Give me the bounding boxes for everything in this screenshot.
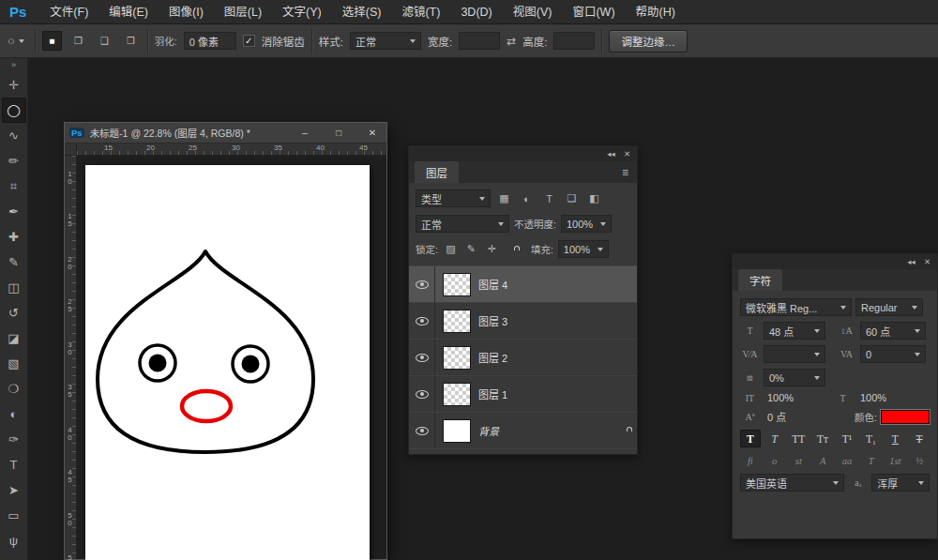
tracking-select[interactable]: 0 [860,345,926,363]
menu-item-edit[interactable]: 编辑(E) [98,0,159,24]
type-filter-icon[interactable]: T [540,193,558,204]
move-tool[interactable]: ✛ [2,72,26,98]
fractions-button[interactable]: ½ [909,453,930,468]
close-panel-icon[interactable]: ✕ [924,257,930,266]
clone-stamp-tool[interactable]: ◫ [2,275,26,300]
menu-item-select[interactable]: 选择(S) [332,0,392,24]
layer-thumbnail[interactable] [443,346,471,370]
visibility-toggle[interactable] [409,340,435,375]
type-tool[interactable]: T [2,452,26,477]
titling-alternates-button[interactable]: T [861,453,882,468]
opacity-select[interactable]: 100% [561,215,612,233]
visibility-toggle[interactable] [409,266,435,302]
close-button[interactable]: ✕ [358,123,386,143]
intersect-selection-button[interactable]: ❒ [121,31,141,51]
adjustment-filter-icon[interactable]: ◐ [518,193,536,204]
layer-thumbnail[interactable] [443,383,471,406]
canvas[interactable] [85,165,370,560]
style-select[interactable]: 正常 [350,32,421,50]
hand-tool[interactable]: ψ [2,528,26,553]
lock-position-icon[interactable]: ✛ [484,243,500,255]
visibility-toggle[interactable] [409,413,435,448]
panel-menu-icon[interactable]: ≡ [622,166,628,179]
collapse-panel-icon[interactable]: ◂◂ [607,149,615,159]
minimize-button[interactable]: – [291,123,319,143]
dodge-tool[interactable]: ◐ [2,401,26,427]
antialias-select[interactable]: 浑厚 [871,474,930,492]
blend-mode-select[interactable]: 正常 [416,215,509,233]
ligatures-button[interactable]: fi [740,453,761,468]
layer-thumbnail[interactable] [443,273,471,296]
quick-selection-tool[interactable]: ✏ [2,148,26,174]
tsume-select[interactable]: 0% [764,369,825,386]
history-brush-tool[interactable]: ↺ [2,300,26,325]
layer-thumbnail[interactable] [443,419,471,443]
menu-item-type[interactable]: 文字(Y) [272,0,332,24]
smart-object-filter-icon[interactable]: ◧ [585,192,603,204]
new-selection-button[interactable]: ■ [42,31,62,51]
faux-italic-button[interactable]: T [764,430,785,447]
ordinals-button[interactable]: o [764,453,785,468]
ellipse-marquee-tool[interactable]: ◯ [2,98,26,123]
tab-character[interactable]: 字符 [738,269,782,291]
eyedropper-tool[interactable]: ✒ [2,199,26,224]
swash-button[interactable]: A [812,453,833,468]
underline-button[interactable]: T [885,430,906,447]
tool-preset-picker[interactable]: ○ [8,34,28,48]
rectangle-tool[interactable]: ▭ [2,503,26,528]
path-selection-tool[interactable]: ➤ [2,477,26,503]
baseline-shift-field[interactable]: 0 点 [764,409,822,424]
refine-edge-button[interactable]: 调整边缘… [609,30,688,53]
eraser-tool[interactable]: ◪ [2,325,26,351]
layer-filter-select[interactable]: 类型 [416,189,491,207]
tab-layers[interactable]: 图层 [415,161,459,183]
add-selection-button[interactable]: ❐ [68,31,88,51]
collapse-panel-icon[interactable]: ◂◂ [907,257,915,266]
discretionary-ligatures-button[interactable]: st [789,453,809,468]
layer-row-2[interactable]: 图层 2 [409,340,637,376]
subtract-selection-button[interactable]: ❑ [95,31,114,51]
visibility-toggle[interactable] [409,376,435,412]
gradient-tool[interactable]: ▧ [2,351,26,376]
faux-bold-button[interactable]: T [740,430,761,447]
pixel-filter-icon[interactable]: ▦ [495,192,513,204]
text-color-swatch[interactable] [881,410,930,424]
menu-item-filter[interactable]: 滤镜(T) [391,0,450,24]
subscript-button[interactable]: T₁ [861,430,882,447]
crop-tool[interactable]: ⌗ [2,174,26,199]
small-caps-button[interactable]: Tᴛ [812,430,833,447]
font-size-select[interactable]: 48 点 [764,322,825,340]
menu-item-image[interactable]: 图像(I) [159,0,214,24]
menu-item-layer[interactable]: 图层(L) [214,0,272,24]
stylistic-alternates-button[interactable]: aa [837,453,857,468]
layer-row-background[interactable]: 背景 [409,413,637,449]
fill-select[interactable]: 100% [558,240,609,258]
toolbar-collapse-icon[interactable]: » [0,58,27,72]
superscript-button[interactable]: T¹ [837,430,857,447]
maximize-button[interactable]: □ [325,123,353,143]
strikethrough-button[interactable]: T [909,430,930,447]
layer-row-3[interactable]: 图层 3 [409,303,637,340]
layer-thumbnail[interactable] [443,310,471,333]
language-select[interactable]: 美国英语 [740,474,844,492]
leading-select[interactable]: 60 点 [860,322,926,340]
height-input[interactable] [553,32,595,50]
blur-tool[interactable]: ❍ [2,376,26,401]
spot-healing-brush-tool[interactable]: ✚ [2,224,26,250]
swap-dimensions-icon[interactable]: ⇄ [507,35,516,48]
width-input[interactable] [459,32,500,50]
brush-tool[interactable]: ✎ [2,250,26,275]
lock-transparent-pixels-icon[interactable]: ▨ [443,243,459,255]
document-titlebar[interactable]: Ps 未标题-1 @ 22.8% (图层 4, RGB/8) * – □ ✕ [65,123,386,144]
font-family-select[interactable]: 微软雅黑 Reg... [740,298,852,316]
menu-item-window[interactable]: 窗口(W) [562,0,625,24]
menu-item-help[interactable]: 帮助(H) [626,0,686,24]
close-panel-icon[interactable]: ✕ [624,149,630,159]
layer-row-4[interactable]: 图层 4 [409,266,637,303]
visibility-toggle[interactable] [409,303,435,339]
shape-filter-icon[interactable]: ❏ [563,192,581,204]
horizontal-scale-field[interactable]: 100% [856,392,915,403]
lock-image-pixels-icon[interactable]: ✎ [463,243,479,255]
menu-item-3d[interactable]: 3D(D) [450,0,502,24]
layer-row-1[interactable]: 图层 1 [409,376,637,413]
